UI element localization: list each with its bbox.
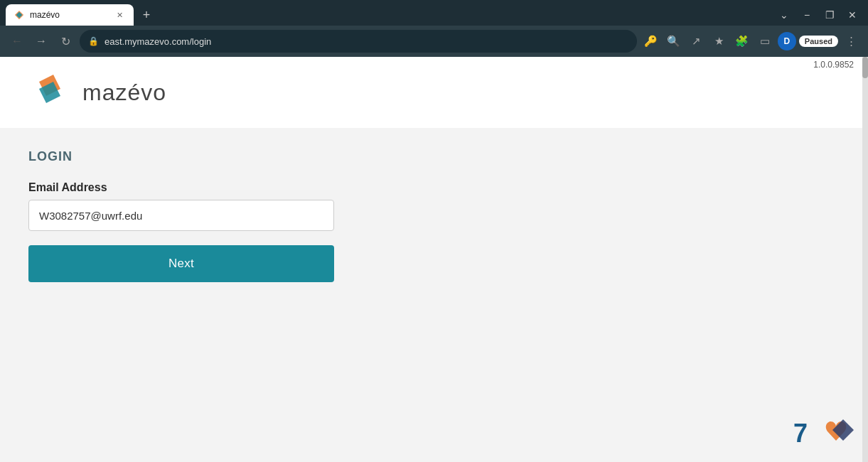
bottom-widget: 7 <box>790 405 861 455</box>
email-input[interactable] <box>28 200 334 231</box>
zoom-icon[interactable]: 🔍 <box>664 31 684 51</box>
window-restore-button[interactable]: ❐ <box>820 5 840 25</box>
tab-close-button[interactable]: ✕ <box>114 9 125 21</box>
key-icon[interactable]: 🔑 <box>641 31 661 51</box>
share-icon[interactable]: ↗ <box>687 31 707 51</box>
svg-text:7: 7 <box>793 419 808 448</box>
lock-icon: 🔒 <box>88 36 99 46</box>
sidebar-icon[interactable]: ▭ <box>755 31 775 51</box>
version-badge: 1.0.0.9852 <box>813 60 854 70</box>
more-menu-button[interactable]: ⋮ <box>841 31 861 51</box>
scroll-thumb[interactable] <box>862 57 868 78</box>
email-label: Email Address <box>28 181 498 194</box>
url-text: east.mymazevo.com/login <box>105 36 628 47</box>
profile-button[interactable]: D <box>778 32 796 50</box>
browser-toolbar: ← → ↻ 🔒 east.mymazevo.com/login 🔑 🔍 ↗ ★ … <box>0 26 868 57</box>
extensions-icon[interactable]: 🧩 <box>732 31 752 51</box>
login-title: LOGIN <box>28 149 498 164</box>
logo-text: mazévo <box>82 80 166 106</box>
active-tab[interactable]: mazévo ✕ <box>6 4 134 26</box>
tab-favicon <box>14 10 24 20</box>
logo-icon <box>28 71 71 114</box>
window-controls: ⌄ − ❐ ✕ <box>774 5 862 25</box>
tab-title: mazévo <box>30 10 108 20</box>
toolbar-actions: 🔑 🔍 ↗ ★ 🧩 ▭ D Paused ⋮ <box>641 31 861 51</box>
reload-button[interactable]: ↻ <box>55 31 75 51</box>
bookmark-icon[interactable]: ★ <box>709 31 729 51</box>
address-bar[interactable]: 🔒 east.mymazevo.com/login <box>80 30 637 53</box>
new-tab-button[interactable]: + <box>136 5 156 25</box>
window-chevron-button[interactable]: ⌄ <box>774 5 794 25</box>
login-form-area: LOGIN Email Address Next <box>0 128 526 303</box>
tab-bar: mazévo ✕ + ⌄ − ❐ ✕ <box>0 0 868 26</box>
browser-chrome: mazévo ✕ + ⌄ − ❐ ✕ ← → ↻ 🔒 east.mymazevo… <box>0 0 868 57</box>
next-button[interactable]: Next <box>28 245 334 282</box>
forward-button[interactable]: → <box>31 31 51 51</box>
window-minimize-button[interactable]: − <box>797 5 817 25</box>
paused-badge[interactable]: Paused <box>799 36 838 47</box>
window-close-button[interactable]: ✕ <box>842 5 862 25</box>
back-button[interactable]: ← <box>7 31 27 51</box>
page-content: 1.0.0.9852 mazévo LOGIN Email Address Ne… <box>0 57 868 462</box>
scrollbar[interactable] <box>862 57 868 462</box>
logo-header: mazévo <box>0 57 868 128</box>
